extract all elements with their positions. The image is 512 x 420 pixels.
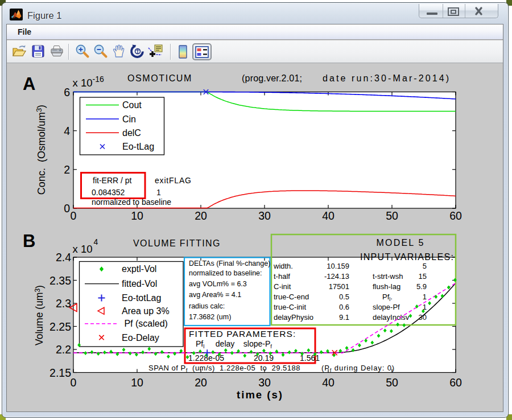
svg-text:Area up 3%: Area up 3% xyxy=(122,306,170,316)
svg-text:6: 6 xyxy=(64,86,70,98)
svg-text:5.9: 5.9 xyxy=(416,282,427,291)
svg-text:Pfl delay slope-Pf: Pfl delay slope-Pf xyxy=(196,339,272,349)
svg-text:exptl-Vol: exptl-Vol xyxy=(122,264,156,274)
svg-text:Cin: Cin xyxy=(122,114,136,124)
svg-text:Conc. (Osmol/um3): Conc. (Osmol/um3) xyxy=(35,105,47,195)
svg-text:width.: width. xyxy=(273,262,293,270)
svg-text:delayPhysio: delayPhysio xyxy=(274,313,313,322)
svg-text:17501: 17501 xyxy=(329,282,349,291)
svg-text:radius calc:: radius calc: xyxy=(189,302,225,310)
svg-text:10: 10 xyxy=(131,209,143,222)
svg-text:5: 5 xyxy=(423,262,427,270)
svg-text:(Pf during Delay: 0): (Pf during Delay: 0) xyxy=(321,364,395,373)
svg-text:40: 40 xyxy=(322,376,335,389)
svg-text:0.6: 0.6 xyxy=(339,303,349,311)
svg-text:4: 4 xyxy=(64,125,70,137)
svg-text:30: 30 xyxy=(258,209,271,222)
svg-text:50: 50 xyxy=(386,376,398,389)
svg-text:60: 60 xyxy=(449,209,462,222)
svg-text:Eo-Delay: Eo-Delay xyxy=(122,333,159,343)
svg-text:A: A xyxy=(23,74,35,94)
svg-text:0: 0 xyxy=(71,209,77,222)
svg-text:avg Area% = 4.1: avg Area% = 4.1 xyxy=(189,291,241,299)
svg-text:Volume (um3): Volume (um3) xyxy=(34,285,45,345)
svg-text:Pfl.: Pfl. xyxy=(382,293,393,302)
svg-text:15: 15 xyxy=(419,272,427,281)
svg-text:30: 30 xyxy=(419,313,427,322)
svg-text:delC: delC xyxy=(122,128,141,138)
svg-text:normalized to baseline: normalized to baseline xyxy=(92,197,171,207)
svg-text:60: 60 xyxy=(449,376,462,389)
svg-text:SPAN of Pf (um/s) 1.228e-05: SPAN of Pf (um/s) 1.228e-05 to 29.5188 xyxy=(148,364,300,373)
svg-text:C-init: C-init xyxy=(274,282,291,291)
svg-text:1: 1 xyxy=(423,293,427,301)
svg-text:exitFLAG: exitFLAG xyxy=(155,176,192,185)
svg-text:2.2: 2.2 xyxy=(56,343,71,356)
svg-text:t-strt-wsh: t-strt-wsh xyxy=(373,272,403,281)
svg-text:2.25: 2.25 xyxy=(49,320,71,333)
svg-text:0.084352: 0.084352 xyxy=(92,188,125,197)
svg-text:time (s): time (s) xyxy=(237,389,283,401)
svg-text:FITTED PARAMETERS:: FITTED PARAMETERS: xyxy=(189,329,296,339)
svg-text:date run:30-Mar-2014): date run:30-Mar-2014) xyxy=(323,73,451,83)
svg-text:2.35: 2.35 xyxy=(49,274,71,287)
svg-text:2.15: 2.15 xyxy=(49,367,71,379)
svg-text:fit-ERR / pt: fit-ERR / pt xyxy=(93,176,132,185)
svg-text:20: 20 xyxy=(195,209,207,222)
svg-text:10.159: 10.159 xyxy=(327,262,349,270)
svg-text:true-C-init: true-C-init xyxy=(274,303,306,311)
svg-text:0: 0 xyxy=(64,202,70,215)
svg-text:1: 1 xyxy=(156,188,161,197)
svg-text:B: B xyxy=(23,231,35,251)
svg-text:normalized to baseline:: normalized to baseline: xyxy=(189,269,262,277)
svg-text:fitted-Vol: fitted-Vol xyxy=(122,279,157,289)
svg-text:2.3: 2.3 xyxy=(56,297,71,310)
svg-text:4: 4 xyxy=(94,237,98,246)
svg-text:Eo-totLag: Eo-totLag xyxy=(122,293,161,303)
svg-text:DELTAs (Final %-change): DELTAs (Final %-change) xyxy=(189,260,270,267)
svg-text:0: 0 xyxy=(71,376,77,389)
svg-text:Eo-tLag: Eo-tLag xyxy=(122,142,154,151)
svg-text:x 10: x 10 xyxy=(73,243,93,255)
svg-text:(prog.ver.2.01;: (prog.ver.2.01; xyxy=(242,73,302,83)
svg-text:avg VOLm% = 6.3: avg VOLm% = 6.3 xyxy=(189,280,247,288)
svg-text:slope-Pf: slope-Pf xyxy=(373,303,400,311)
svg-text:2: 2 xyxy=(64,163,70,176)
svg-text:flush-lag: flush-lag xyxy=(373,282,400,291)
svg-text:MODEL 5: MODEL 5 xyxy=(376,238,424,248)
svg-text:2.4: 2.4 xyxy=(56,251,71,263)
svg-text:40: 40 xyxy=(322,209,335,222)
svg-text:INPUT VARIABLES:: INPUT VARIABLES: xyxy=(360,252,454,262)
svg-text:30: 30 xyxy=(258,376,271,389)
svg-text:0.5: 0.5 xyxy=(339,293,349,301)
svg-text:x 10: x 10 xyxy=(73,77,93,89)
svg-text:OSMOTICUM: OSMOTICUM xyxy=(127,73,192,83)
svg-text:20: 20 xyxy=(195,376,207,389)
svg-text:t-half: t-half xyxy=(274,272,290,281)
svg-text:-16: -16 xyxy=(93,75,104,84)
svg-text:50: 50 xyxy=(386,209,398,222)
svg-text:delayInclsv: delayInclsv xyxy=(373,313,410,322)
svg-text:10: 10 xyxy=(131,376,143,389)
svg-text:VOLUME FITTING: VOLUME FITTING xyxy=(133,238,221,248)
svg-text:-124.13: -124.13 xyxy=(324,272,349,281)
svg-text:Pf (scaled): Pf (scaled) xyxy=(122,319,168,328)
svg-text:17.3682 (um): 17.3682 (um) xyxy=(189,313,231,321)
svg-text:true-C-end: true-C-end xyxy=(274,293,309,301)
svg-text:Cout: Cout xyxy=(122,100,142,110)
svg-text:9.1: 9.1 xyxy=(339,313,349,322)
